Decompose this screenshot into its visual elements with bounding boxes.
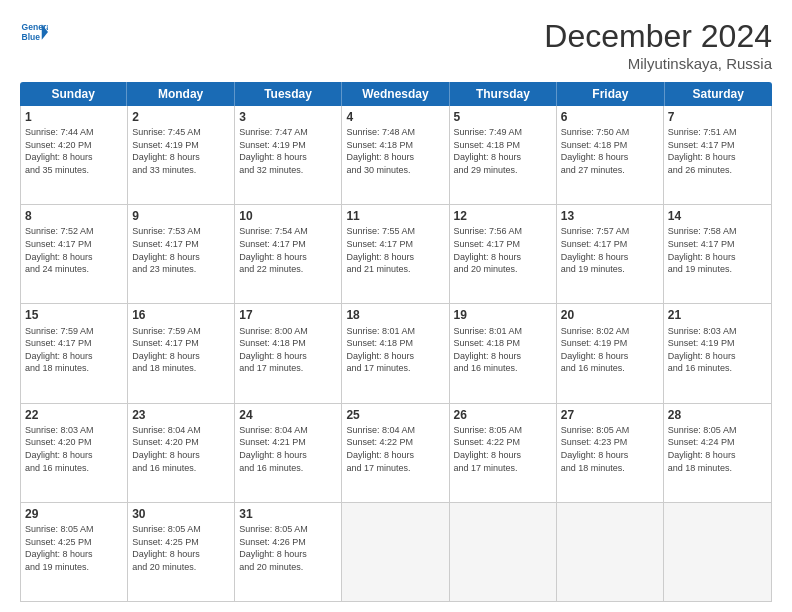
week-row-2: 8Sunrise: 7:52 AM Sunset: 4:17 PM Daylig… <box>21 205 771 304</box>
week-row-1: 1Sunrise: 7:44 AM Sunset: 4:20 PM Daylig… <box>21 106 771 205</box>
cell-info: Sunrise: 8:05 AM Sunset: 4:25 PM Dayligh… <box>132 523 230 573</box>
cal-cell: 30Sunrise: 8:05 AM Sunset: 4:25 PM Dayli… <box>128 503 235 601</box>
header-day-sunday: Sunday <box>20 82 127 106</box>
cell-info: Sunrise: 8:04 AM Sunset: 4:21 PM Dayligh… <box>239 424 337 474</box>
cal-cell: 18Sunrise: 8:01 AM Sunset: 4:18 PM Dayli… <box>342 304 449 402</box>
cal-cell: 26Sunrise: 8:05 AM Sunset: 4:22 PM Dayli… <box>450 404 557 502</box>
day-number: 12 <box>454 208 552 224</box>
cell-info: Sunrise: 7:48 AM Sunset: 4:18 PM Dayligh… <box>346 126 444 176</box>
day-number: 10 <box>239 208 337 224</box>
day-number: 14 <box>668 208 767 224</box>
day-number: 4 <box>346 109 444 125</box>
cal-cell: 15Sunrise: 7:59 AM Sunset: 4:17 PM Dayli… <box>21 304 128 402</box>
logo: General Blue <box>20 18 48 46</box>
day-number: 29 <box>25 506 123 522</box>
cal-cell: 2Sunrise: 7:45 AM Sunset: 4:19 PM Daylig… <box>128 106 235 204</box>
day-number: 1 <box>25 109 123 125</box>
cal-cell: 11Sunrise: 7:55 AM Sunset: 4:17 PM Dayli… <box>342 205 449 303</box>
cell-info: Sunrise: 7:56 AM Sunset: 4:17 PM Dayligh… <box>454 225 552 275</box>
cal-cell: 24Sunrise: 8:04 AM Sunset: 4:21 PM Dayli… <box>235 404 342 502</box>
cal-cell: 10Sunrise: 7:54 AM Sunset: 4:17 PM Dayli… <box>235 205 342 303</box>
day-number: 26 <box>454 407 552 423</box>
header-day-thursday: Thursday <box>450 82 557 106</box>
cell-info: Sunrise: 8:04 AM Sunset: 4:20 PM Dayligh… <box>132 424 230 474</box>
cell-info: Sunrise: 7:47 AM Sunset: 4:19 PM Dayligh… <box>239 126 337 176</box>
header-day-monday: Monday <box>127 82 234 106</box>
cal-cell: 16Sunrise: 7:59 AM Sunset: 4:17 PM Dayli… <box>128 304 235 402</box>
calendar-header-row: SundayMondayTuesdayWednesdayThursdayFrid… <box>20 82 772 106</box>
day-number: 2 <box>132 109 230 125</box>
location: Milyutinskaya, Russia <box>544 55 772 72</box>
cell-info: Sunrise: 7:54 AM Sunset: 4:17 PM Dayligh… <box>239 225 337 275</box>
cell-info: Sunrise: 7:59 AM Sunset: 4:17 PM Dayligh… <box>25 325 123 375</box>
cell-info: Sunrise: 8:03 AM Sunset: 4:20 PM Dayligh… <box>25 424 123 474</box>
cal-cell: 14Sunrise: 7:58 AM Sunset: 4:17 PM Dayli… <box>664 205 771 303</box>
day-number: 11 <box>346 208 444 224</box>
cal-cell <box>450 503 557 601</box>
week-row-5: 29Sunrise: 8:05 AM Sunset: 4:25 PM Dayli… <box>21 503 771 601</box>
cal-cell: 20Sunrise: 8:02 AM Sunset: 4:19 PM Dayli… <box>557 304 664 402</box>
cal-cell: 12Sunrise: 7:56 AM Sunset: 4:17 PM Dayli… <box>450 205 557 303</box>
day-number: 7 <box>668 109 767 125</box>
cal-cell: 27Sunrise: 8:05 AM Sunset: 4:23 PM Dayli… <box>557 404 664 502</box>
day-number: 23 <box>132 407 230 423</box>
cell-info: Sunrise: 8:05 AM Sunset: 4:25 PM Dayligh… <box>25 523 123 573</box>
cell-info: Sunrise: 8:02 AM Sunset: 4:19 PM Dayligh… <box>561 325 659 375</box>
day-number: 8 <box>25 208 123 224</box>
day-number: 5 <box>454 109 552 125</box>
cell-info: Sunrise: 8:00 AM Sunset: 4:18 PM Dayligh… <box>239 325 337 375</box>
header: General Blue December 2024 Milyutinskaya… <box>20 18 772 72</box>
svg-text:Blue: Blue <box>22 32 41 42</box>
day-number: 13 <box>561 208 659 224</box>
day-number: 9 <box>132 208 230 224</box>
day-number: 20 <box>561 307 659 323</box>
month-title: December 2024 <box>544 18 772 55</box>
day-number: 30 <box>132 506 230 522</box>
day-number: 25 <box>346 407 444 423</box>
title-block: December 2024 Milyutinskaya, Russia <box>544 18 772 72</box>
cal-cell: 31Sunrise: 8:05 AM Sunset: 4:26 PM Dayli… <box>235 503 342 601</box>
week-row-3: 15Sunrise: 7:59 AM Sunset: 4:17 PM Dayli… <box>21 304 771 403</box>
logo-icon: General Blue <box>20 18 48 46</box>
day-number: 22 <box>25 407 123 423</box>
cell-info: Sunrise: 7:52 AM Sunset: 4:17 PM Dayligh… <box>25 225 123 275</box>
cal-cell: 19Sunrise: 8:01 AM Sunset: 4:18 PM Dayli… <box>450 304 557 402</box>
calendar: SundayMondayTuesdayWednesdayThursdayFrid… <box>20 82 772 602</box>
cal-cell: 9Sunrise: 7:53 AM Sunset: 4:17 PM Daylig… <box>128 205 235 303</box>
cal-cell: 5Sunrise: 7:49 AM Sunset: 4:18 PM Daylig… <box>450 106 557 204</box>
cell-info: Sunrise: 8:05 AM Sunset: 4:26 PM Dayligh… <box>239 523 337 573</box>
cell-info: Sunrise: 7:50 AM Sunset: 4:18 PM Dayligh… <box>561 126 659 176</box>
cell-info: Sunrise: 7:51 AM Sunset: 4:17 PM Dayligh… <box>668 126 767 176</box>
day-number: 3 <box>239 109 337 125</box>
cal-cell: 6Sunrise: 7:50 AM Sunset: 4:18 PM Daylig… <box>557 106 664 204</box>
calendar-page: General Blue December 2024 Milyutinskaya… <box>0 0 792 612</box>
cell-info: Sunrise: 8:03 AM Sunset: 4:19 PM Dayligh… <box>668 325 767 375</box>
cal-cell: 8Sunrise: 7:52 AM Sunset: 4:17 PM Daylig… <box>21 205 128 303</box>
cal-cell: 4Sunrise: 7:48 AM Sunset: 4:18 PM Daylig… <box>342 106 449 204</box>
cell-info: Sunrise: 7:59 AM Sunset: 4:17 PM Dayligh… <box>132 325 230 375</box>
day-number: 16 <box>132 307 230 323</box>
cell-info: Sunrise: 7:44 AM Sunset: 4:20 PM Dayligh… <box>25 126 123 176</box>
cal-cell <box>557 503 664 601</box>
day-number: 17 <box>239 307 337 323</box>
cell-info: Sunrise: 7:49 AM Sunset: 4:18 PM Dayligh… <box>454 126 552 176</box>
cal-cell: 13Sunrise: 7:57 AM Sunset: 4:17 PM Dayli… <box>557 205 664 303</box>
cal-cell: 23Sunrise: 8:04 AM Sunset: 4:20 PM Dayli… <box>128 404 235 502</box>
cell-info: Sunrise: 8:04 AM Sunset: 4:22 PM Dayligh… <box>346 424 444 474</box>
cell-info: Sunrise: 8:05 AM Sunset: 4:22 PM Dayligh… <box>454 424 552 474</box>
cell-info: Sunrise: 7:53 AM Sunset: 4:17 PM Dayligh… <box>132 225 230 275</box>
cal-cell: 21Sunrise: 8:03 AM Sunset: 4:19 PM Dayli… <box>664 304 771 402</box>
cell-info: Sunrise: 7:55 AM Sunset: 4:17 PM Dayligh… <box>346 225 444 275</box>
cal-cell: 3Sunrise: 7:47 AM Sunset: 4:19 PM Daylig… <box>235 106 342 204</box>
cell-info: Sunrise: 8:05 AM Sunset: 4:23 PM Dayligh… <box>561 424 659 474</box>
day-number: 18 <box>346 307 444 323</box>
header-day-friday: Friday <box>557 82 664 106</box>
cal-cell: 7Sunrise: 7:51 AM Sunset: 4:17 PM Daylig… <box>664 106 771 204</box>
cal-cell: 17Sunrise: 8:00 AM Sunset: 4:18 PM Dayli… <box>235 304 342 402</box>
day-number: 24 <box>239 407 337 423</box>
cell-info: Sunrise: 7:45 AM Sunset: 4:19 PM Dayligh… <box>132 126 230 176</box>
cell-info: Sunrise: 8:01 AM Sunset: 4:18 PM Dayligh… <box>454 325 552 375</box>
header-day-tuesday: Tuesday <box>235 82 342 106</box>
header-day-saturday: Saturday <box>665 82 772 106</box>
day-number: 31 <box>239 506 337 522</box>
